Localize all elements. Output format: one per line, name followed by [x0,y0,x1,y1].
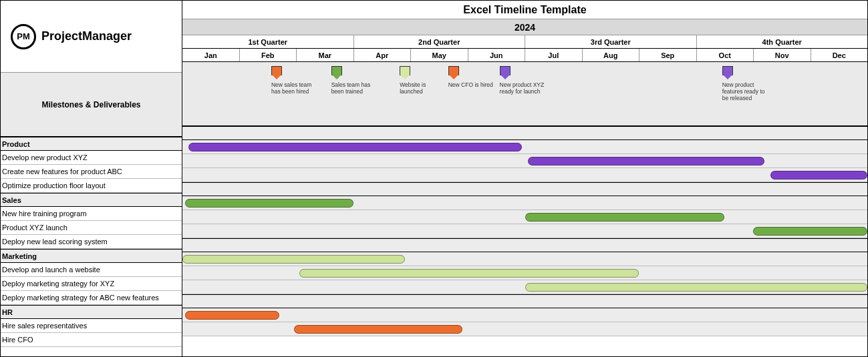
gantt-row [182,140,867,154]
milestone-label: Sales team has been trained [331,82,378,95]
group-header: HR [1,305,182,319]
milestones-header: Milestones & Deliverables [1,73,182,137]
quarter-cell: 2nd Quarter [354,35,526,48]
gantt-row [182,210,867,224]
task-label: Create new features for product ABC [1,165,182,179]
group-header-gantt [182,294,867,308]
quarter-cell: 3rd Quarter [525,35,697,48]
milestone-marker: Sales team has been trained [331,66,378,95]
logo-text: ProjectManager [41,29,132,43]
gantt-bar [753,227,867,236]
gantt-row [182,322,867,336]
right-column: Excel Timeline Template 2024 1st Quarter… [182,1,867,356]
milestone-marker: New product features ready to be release… [722,66,769,101]
gantt-row [182,252,867,266]
down-arrow-icon [500,66,511,79]
gantt-bar [299,269,639,278]
logo-area: PM ProjectManager [1,1,182,73]
task-label: Product XYZ launch [1,221,182,235]
down-arrow-icon [400,66,410,79]
gantt-row [182,196,867,210]
milestone-label: New product XYZ ready for launch [500,82,547,95]
task-label: Hire sales representatives [1,319,182,333]
month-row: JanFebMarAprMayJunJulAugSepOctNovDec [182,49,867,62]
milestone-label: New CFO is hired [448,82,495,89]
logo-badge: PM [11,24,36,49]
milestone-label: New product features ready to be release… [722,82,769,101]
milestone-marker: Website is launched [400,66,446,95]
gantt-row [182,154,867,168]
gantt-row [182,280,867,294]
task-label: Deploy marketing strategy for ABC new fe… [1,291,182,305]
task-label: Deploy marketing strategy for XYZ [1,277,182,291]
gantt-bar [182,255,405,264]
gantt-bar [525,213,725,222]
task-labels: ProductDevelop new product XYZCreate new… [1,137,182,347]
group-header: Sales [1,193,182,207]
task-label: Deploy new lead scoring system [1,235,182,249]
gantt-row [182,224,867,238]
month-cell: Jan [182,49,240,61]
quarter-row: 1st Quarter2nd Quarter3rd Quarter4th Qua… [182,35,867,49]
year-header: 2024 [182,19,867,35]
gantt-bar [185,199,353,208]
milestone-marker: New sales team has been hired [271,66,318,95]
down-arrow-icon [448,66,459,79]
down-arrow-icon [331,66,342,79]
task-label: Hire CFO [1,333,182,347]
month-cell: Aug [583,49,640,61]
task-label: Develop and launch a website [1,263,182,277]
group-header-gantt [182,182,867,196]
month-cell: Jul [525,49,583,61]
gantt-bar [188,143,523,151]
gantt-bar [528,157,764,165]
task-label: New hire training program [1,207,182,221]
gantt-bar [770,171,867,180]
month-cell: Nov [754,49,811,61]
month-cell: Feb [240,49,297,61]
milestone-label: New sales team has been hired [271,82,318,95]
month-cell: Oct [697,49,754,61]
timeline-template: PM ProjectManager Milestones & Deliverab… [0,0,868,357]
gantt-bar [525,283,868,292]
quarter-cell: 1st Quarter [182,35,354,48]
down-arrow-icon [722,66,733,79]
month-cell: Mar [297,49,354,61]
group-header: Product [1,137,182,151]
gantt-row [182,308,867,322]
group-header: Marketing [1,249,182,263]
gantt-row [182,168,867,182]
group-header-gantt [182,238,867,252]
down-arrow-icon [271,66,282,79]
gantt-area [182,126,867,336]
milestone-label: Website is launched [400,82,446,95]
task-label: Develop new product XYZ [1,151,182,165]
month-cell: Jun [468,49,526,61]
milestone-marker: New product XYZ ready for launch [500,66,547,95]
quarter-cell: 4th Quarter [697,35,868,48]
task-label: Optimize production floor layout [1,179,182,193]
month-cell: May [411,49,468,61]
month-cell: Dec [811,49,868,61]
gantt-bar [294,325,462,334]
gantt-row [182,266,867,280]
milestone-marker: New CFO is hired [448,66,495,89]
gantt-bar [185,311,279,320]
chart-title: Excel Timeline Template [182,1,867,19]
group-header-gantt [182,126,867,140]
month-cell: Apr [354,49,412,61]
month-cell: Sep [639,49,697,61]
milestones-area: New sales team has been hiredSales team … [182,62,867,126]
left-column: PM ProjectManager Milestones & Deliverab… [1,1,182,356]
